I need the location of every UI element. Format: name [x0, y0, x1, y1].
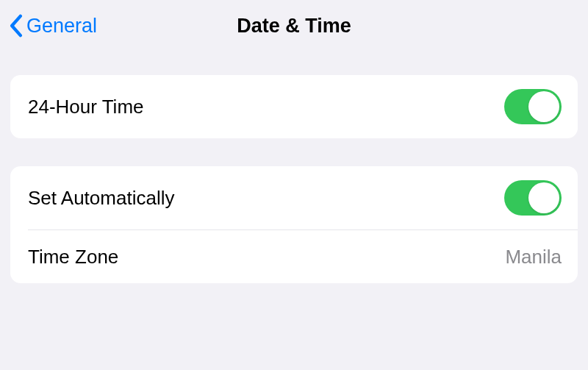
settings-group-auto-timezone: Set Automatically Time Zone Manila [10, 166, 578, 283]
page-title: Date & Time [237, 15, 351, 38]
back-label: General [26, 15, 97, 38]
chevron-left-icon [9, 14, 24, 38]
nav-header: General Date & Time [0, 0, 588, 51]
row-time-zone[interactable]: Time Zone Manila [10, 230, 578, 283]
row-set-automatically: Set Automatically [10, 166, 578, 230]
row-label: Set Automatically [28, 187, 174, 210]
toggle-knob [528, 91, 559, 122]
settings-content: 24-Hour Time Set Automatically Time Zone… [0, 75, 588, 283]
row-label: 24-Hour Time [28, 96, 144, 118]
settings-group-time-format: 24-Hour Time [10, 75, 578, 138]
toggle-set-automatically[interactable] [504, 180, 562, 216]
row-value-timezone: Manila [505, 246, 562, 268]
row-label: Time Zone [28, 246, 118, 268]
row-24-hour-time: 24-Hour Time [10, 75, 578, 138]
toggle-24-hour-time[interactable] [504, 89, 562, 124]
back-button[interactable]: General [9, 14, 97, 38]
toggle-knob [528, 182, 559, 213]
